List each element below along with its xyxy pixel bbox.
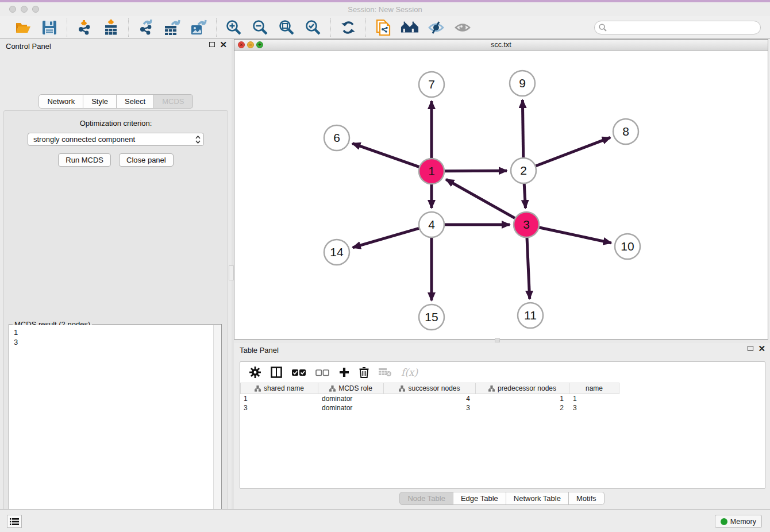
float-table-panel-icon[interactable] [748, 346, 753, 351]
add-column-plus-icon[interactable] [339, 367, 349, 377]
column-settings-gear-icon[interactable] [249, 367, 261, 378]
table-cell[interactable]: 1 [240, 394, 318, 403]
criterion-selected-value: strongly connected component [33, 135, 135, 144]
zoom-fit-icon[interactable] [278, 18, 296, 37]
graph-edge-3-10[interactable] [538, 227, 611, 242]
column-type-icon [255, 385, 261, 392]
network-canvas[interactable]: 7968124314101511 [234, 51, 768, 339]
network-window-titlebar[interactable]: × − + scc.txt [234, 40, 768, 51]
deselect-all-checks-icon[interactable] [315, 369, 329, 376]
table-cell[interactable]: 3 [384, 403, 476, 413]
select-stepper-icon [195, 135, 201, 144]
column-header-predecessor-nodes[interactable]: predecessor nodes [476, 383, 569, 394]
result-scrollbar[interactable] [213, 325, 221, 532]
float-panel-icon[interactable] [209, 42, 215, 47]
search-icon [599, 24, 607, 32]
import-network-icon[interactable] [75, 18, 94, 37]
graph-node-label-4: 4 [428, 218, 435, 231]
graph-node-label-14: 14 [330, 245, 344, 259]
column-type-icon [329, 385, 336, 392]
table-row[interactable]: 3dominator323 [240, 403, 765, 413]
table-toolbar: f(x) [240, 362, 765, 383]
delete-column-trash-icon[interactable] [359, 367, 369, 378]
control-panel: Control Panel ✕ Network Style Select MCD… [0, 39, 232, 509]
tab-select[interactable]: Select [117, 94, 154, 109]
export-network-icon[interactable] [137, 18, 155, 37]
tab-node-table[interactable]: Node Table [399, 492, 453, 505]
table-cell[interactable]: 3 [569, 403, 619, 413]
memory-label: Memory [730, 518, 756, 526]
control-panel-tabbar: Network Style Select MCDS [38, 94, 192, 109]
export-image-icon[interactable] [190, 18, 208, 37]
column-header-name[interactable]: name [569, 383, 619, 394]
status-menu-button[interactable] [7, 515, 22, 528]
open-folder-icon[interactable] [14, 18, 32, 37]
graph-edge-3-11[interactable] [527, 237, 530, 299]
show-columns-icon[interactable] [271, 367, 282, 378]
memory-status-dot [721, 518, 727, 525]
tab-network-table[interactable]: Network Table [506, 492, 569, 505]
table-cell[interactable]: dominator [318, 403, 384, 413]
graph-edge-2-9[interactable] [522, 100, 523, 159]
hide-selected-eye-slash-icon[interactable] [427, 18, 445, 37]
control-panel-title: Control Panel [6, 42, 51, 51]
graph-edge-2-8[interactable] [535, 137, 610, 166]
tab-mcds[interactable]: MCDS [154, 94, 192, 109]
function-builder-icon: f(x) [401, 367, 418, 378]
network-graph[interactable]: 7968124314101511 [234, 51, 768, 339]
first-neighbors-icon[interactable] [401, 18, 419, 37]
column-header-mcds-role[interactable]: MCDS role [318, 383, 384, 394]
graph-node-label-11: 11 [524, 309, 537, 322]
import-table-icon[interactable] [102, 18, 120, 37]
zoom-out-icon[interactable] [251, 18, 270, 37]
list-menu-icon [10, 518, 19, 526]
close-panel-button[interactable]: Close panel [119, 153, 174, 167]
graph-node-label-1: 1 [428, 164, 435, 178]
table-tabbar: Node Table Edge Table Network Table Moti… [234, 492, 770, 505]
close-table-panel-icon[interactable]: ✕ [758, 345, 765, 352]
memory-button[interactable]: Memory [715, 515, 762, 528]
save-session-icon[interactable] [40, 18, 59, 37]
mcds-result-box: MCDS result (2 nodes) 1 3 [9, 324, 222, 532]
graph-edge-2-3[interactable] [524, 183, 525, 208]
refresh-layout-icon[interactable] [339, 18, 357, 37]
new-network-file-icon[interactable] [374, 18, 392, 37]
export-table-icon[interactable] [163, 18, 182, 37]
search-input[interactable] [594, 21, 761, 34]
show-all-eye-icon[interactable] [453, 18, 472, 37]
graph-edge-1-6[interactable] [352, 144, 420, 167]
table-row[interactable]: 1dominator411 [240, 394, 765, 403]
optimization-criterion-label: Optimization criterion: [4, 119, 228, 128]
criterion-select[interactable]: strongly connected component [28, 133, 204, 146]
table-cell[interactable]: dominator [318, 394, 384, 403]
graph-node-label-8: 8 [622, 125, 629, 138]
table-cell[interactable]: 1 [569, 394, 619, 403]
app-titlebar: Session: New Session [0, 2, 770, 16]
close-panel-icon[interactable]: ✕ [220, 41, 227, 48]
graph-node-label-9: 9 [519, 76, 526, 90]
tab-network[interactable]: Network [38, 94, 83, 109]
vertical-splitter-grip[interactable] [229, 265, 234, 280]
table-cell[interactable]: 4 [384, 394, 476, 403]
run-mcds-button[interactable]: Run MCDS [58, 153, 111, 167]
mcds-result-list[interactable]: 1 3 [10, 325, 213, 532]
horizontal-splitter-grip[interactable] [495, 338, 500, 342]
column-type-icon [399, 385, 405, 392]
tab-motifs[interactable]: Motifs [569, 492, 605, 505]
graph-edge-3-1[interactable] [446, 179, 515, 218]
tab-style[interactable]: Style [83, 94, 117, 109]
zoom-selected-icon[interactable] [304, 18, 322, 37]
graph-node-label-6: 6 [333, 131, 340, 144]
graph-node-label-10: 10 [621, 240, 634, 253]
table-cell[interactable]: 2 [476, 403, 569, 413]
table-cell[interactable]: 1 [476, 394, 569, 403]
select-all-checks-icon[interactable] [292, 369, 306, 376]
graph-edge-4-14[interactable] [353, 228, 420, 248]
table-cell[interactable]: 3 [240, 403, 318, 413]
table-panel-title: Table Panel [240, 346, 279, 354]
graph-edge-1-2[interactable] [444, 171, 507, 171]
zoom-in-icon[interactable] [225, 18, 243, 37]
tab-edge-table[interactable]: Edge Table [453, 492, 506, 505]
column-header-shared-name[interactable]: shared name [240, 383, 318, 394]
column-header-successor-nodes[interactable]: successor nodes [384, 383, 476, 394]
